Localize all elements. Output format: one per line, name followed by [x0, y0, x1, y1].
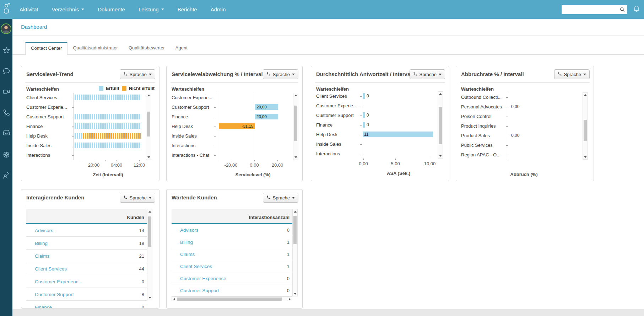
queue-link[interactable]: Client Services — [35, 266, 67, 271]
scroll-down-arrow[interactable] — [293, 291, 297, 296]
queue-link[interactable]: Advisors — [35, 227, 53, 233]
chart-category-label: Client Services — [316, 91, 358, 101]
chart-category-label: Interactions - Chat — [172, 150, 212, 160]
nav-item-admin[interactable]: Admin — [211, 6, 226, 12]
horizontal-scrollbar[interactable] — [172, 296, 292, 301]
queue-value: 1 — [287, 251, 289, 257]
chart-category-label: Poison Control — [461, 112, 504, 121]
triangle-right-icon — [289, 298, 291, 301]
scroll-up-arrow[interactable] — [293, 209, 297, 214]
chart-plot-area: 20,0020,00-31,15 — [216, 93, 290, 160]
app-logo-icon[interactable] — [1, 2, 12, 17]
vertical-scrollbar[interactable] — [583, 92, 588, 160]
scrollbar-thumb[interactable] — [177, 298, 282, 301]
scroll-down-arrow[interactable] — [146, 155, 151, 160]
queue-link[interactable]: Finance — [35, 304, 52, 308]
queue-link[interactable]: Billing — [180, 239, 193, 245]
chart-group-label: Warteschleifen — [461, 86, 494, 92]
scroll-down-arrow[interactable] — [583, 155, 588, 159]
queue-value: 44 — [139, 266, 144, 271]
support-ring-icon[interactable] — [2, 151, 10, 159]
search-input[interactable] — [562, 5, 627, 14]
chevron-down-icon — [149, 197, 152, 199]
scroll-down-arrow[interactable] — [147, 295, 152, 300]
table-row: Client Services44 — [26, 262, 147, 275]
language-dropdown-button[interactable]: Sprache — [554, 69, 590, 79]
vertical-scrollbar[interactable] — [147, 209, 152, 300]
vertical-scrollbar[interactable] — [292, 209, 298, 296]
scrollbar-thumb[interactable] — [584, 120, 587, 141]
language-button-label: Sprache — [420, 72, 437, 77]
scrollbar-thumb[interactable] — [147, 112, 150, 136]
nav-item-leistung[interactable]: Leistung — [139, 6, 164, 12]
table-body: Advisors0Billing1Claims1Client Services1… — [172, 224, 292, 308]
scroll-up-arrow[interactable] — [146, 93, 151, 98]
panel-waiting-customers: Wartende KundenSpracheInteraktionsanzahl… — [166, 189, 303, 309]
nav-item-aktivität[interactable]: Aktivität — [20, 6, 38, 12]
queue-link[interactable]: Client Services — [180, 263, 212, 269]
scroll-down-arrow[interactable] — [293, 155, 298, 160]
vertical-scrollbar[interactable] — [293, 93, 298, 160]
queue-link[interactable]: Customer Experience — [180, 275, 226, 281]
x-axis-title: ASA (Sek.) — [387, 171, 410, 176]
queue-link[interactable]: Claims — [35, 253, 49, 258]
scroll-right-arrow[interactable] — [287, 297, 292, 301]
scrollbar-thumb[interactable] — [294, 106, 297, 141]
bar-value-label: 0,00 — [511, 104, 519, 109]
language-dropdown-button[interactable]: Sprache — [263, 69, 298, 79]
scroll-up-arrow[interactable] — [438, 92, 443, 96]
bar-negative: -31,15 — [219, 123, 255, 129]
nav-item-berichte[interactable]: Berichte — [178, 6, 197, 12]
language-dropdown-button[interactable]: Sprache — [263, 193, 298, 203]
triangle-up-icon — [294, 211, 297, 213]
chart-category-label: Finance — [26, 122, 70, 131]
vertical-scrollbar[interactable] — [438, 91, 443, 159]
user-avatar[interactable] — [1, 23, 11, 34]
queue-link[interactable]: Advisors — [180, 227, 199, 232]
chat-icon[interactable] — [2, 67, 10, 75]
notifications-bell-icon[interactable] — [633, 5, 640, 15]
tab-agent[interactable]: Agent — [170, 42, 193, 54]
language-dropdown-button[interactable]: Sprache — [120, 69, 155, 79]
scrollbar-thumb[interactable] — [148, 216, 151, 247]
nav-item-dokumente[interactable]: Dokumente — [98, 6, 125, 12]
table-row: Customer Support0 — [172, 284, 292, 296]
queue-link[interactable]: Claims — [180, 251, 195, 257]
phone-icon — [266, 72, 271, 77]
search-icon[interactable] — [619, 7, 625, 14]
queue-link[interactable]: Customer Support — [180, 288, 219, 293]
phone-icon[interactable] — [2, 109, 10, 117]
agent-voice-icon[interactable] — [2, 171, 10, 179]
language-dropdown-button[interactable]: Sprache — [410, 69, 445, 79]
breadcrumb[interactable]: Dashboard — [21, 19, 47, 35]
queue-link[interactable]: Billing — [35, 240, 48, 246]
scroll-left-arrow[interactable] — [172, 297, 177, 301]
inbox-icon[interactable] — [2, 129, 10, 136]
scroll-down-arrow[interactable] — [438, 154, 443, 158]
tab-contact-center[interactable]: Contact Center — [25, 42, 67, 55]
vertical-scrollbar[interactable] — [146, 93, 151, 160]
video-camera-icon[interactable] — [2, 88, 10, 96]
scroll-up-arrow[interactable] — [147, 209, 152, 214]
nav-item-label: Admin — [211, 6, 226, 12]
tab-qualitätsbewerter[interactable]: Qualitätsbewerter — [123, 42, 170, 54]
star-icon[interactable] — [2, 47, 10, 54]
panel-servicelevel-trend: Servicelevel-TrendSpracheWarteschleifenE… — [21, 66, 159, 181]
scroll-up-arrow[interactable] — [293, 93, 298, 98]
scrollbar-thumb[interactable] — [439, 107, 442, 144]
nav-item-verzeichnis[interactable]: Verzeichnis — [52, 6, 85, 12]
scroll-up-arrow[interactable] — [583, 93, 588, 97]
chart-category-label: Client Services — [26, 93, 70, 102]
chart-category-label: Interactions — [316, 149, 358, 159]
scrollbar-thumb[interactable] — [293, 216, 297, 244]
chart-category-label: Interactions — [172, 141, 212, 150]
tab-qualitätsadministrator[interactable]: Qualitätsadministrator — [67, 42, 123, 54]
queue-value: 0 — [287, 288, 289, 293]
triangle-left-icon — [173, 298, 175, 301]
zero-line — [255, 93, 255, 160]
language-dropdown-button[interactable]: Sprache — [120, 193, 155, 203]
bar-value-label: 11 — [363, 132, 433, 137]
queue-link[interactable]: Customer Experienc... — [35, 279, 82, 284]
table-row: Client Services1 — [172, 260, 292, 272]
queue-link[interactable]: Customer Support — [35, 291, 74, 297]
